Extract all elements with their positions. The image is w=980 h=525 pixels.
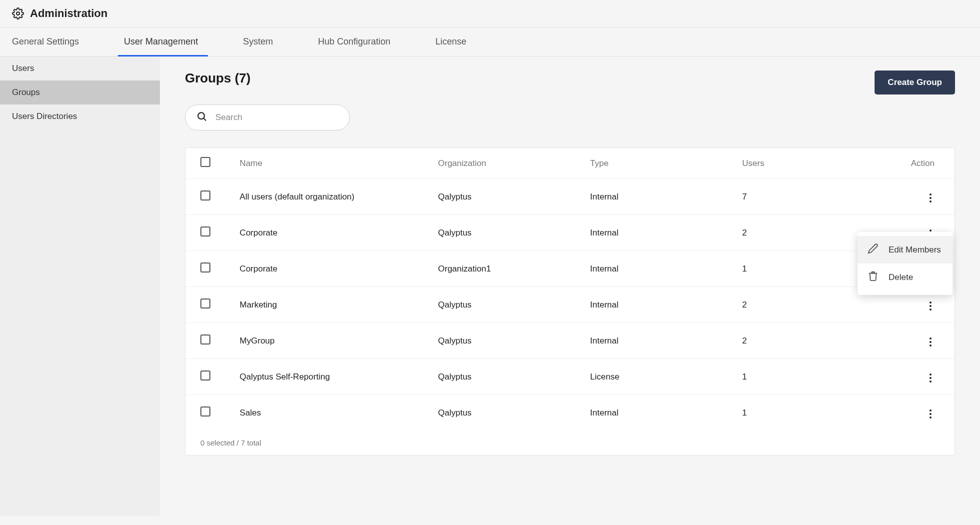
cell-name: Sales [232, 395, 430, 431]
trash-icon [868, 270, 889, 284]
menu-edit-members-label: Edit Members [889, 245, 941, 255]
menu-delete-label: Delete [889, 272, 913, 282]
table-row[interactable]: MyGroupQalyptusInternal2 [185, 323, 955, 359]
menu-delete[interactable]: Delete [858, 264, 953, 291]
page-top: Groups (7) Create Group [185, 70, 955, 94]
row-checkbox[interactable] [200, 190, 210, 200]
row-checkbox[interactable] [200, 226, 210, 236]
cell-organization: Organization1 [430, 251, 582, 287]
cell-name: Marketing [232, 287, 430, 323]
create-group-button[interactable]: Create Group [875, 70, 955, 94]
row-checkbox[interactable] [200, 406, 210, 416]
cell-type: Internal [582, 287, 734, 323]
table-row[interactable]: Qalyptus Self-ReportingQalyptusLicense1 [185, 359, 955, 395]
more-vertical-icon[interactable] [927, 334, 935, 350]
pencil-icon [868, 243, 889, 256]
svg-point-1 [198, 112, 204, 119]
cell-users: 1 [734, 395, 886, 431]
row-checkbox[interactable] [200, 298, 210, 308]
table-row[interactable]: SalesQalyptusInternal1 [185, 395, 955, 431]
sidebar: Users Groups Users Directories [0, 56, 160, 516]
row-checkbox[interactable] [200, 370, 210, 380]
menu-edit-members[interactable]: Edit Members [858, 236, 953, 264]
cell-type: Internal [582, 395, 734, 431]
cell-users: 1 [734, 359, 886, 395]
groups-table-card: Name Organization Type Users Action All … [185, 148, 955, 456]
row-checkbox[interactable] [200, 334, 210, 344]
col-header-action: Action [886, 148, 955, 179]
cell-name: All users (default organization) [232, 179, 430, 215]
cell-type: Internal [582, 323, 734, 359]
groups-table: Name Organization Type Users Action All … [185, 148, 955, 430]
cell-users: 7 [734, 179, 886, 215]
main-content: Groups (7) Create Group Name Organizatio… [160, 56, 980, 516]
page-title: Groups (7) [185, 70, 250, 86]
sidebar-item-users-directories[interactable]: Users Directories [0, 104, 160, 128]
cell-organization: Qalyptus [430, 323, 582, 359]
table-row[interactable]: CorporateOrganization1Internal1 [185, 251, 955, 287]
more-vertical-icon[interactable] [927, 298, 935, 314]
cell-name: Corporate [232, 251, 430, 287]
cell-name: Corporate [232, 215, 430, 251]
sidebar-item-groups[interactable]: Groups [0, 80, 160, 104]
gear-icon [12, 8, 24, 20]
more-vertical-icon[interactable] [927, 406, 935, 422]
tab-system[interactable]: System [243, 28, 293, 56]
cell-organization: Qalyptus [430, 287, 582, 323]
table-row[interactable]: MarketingQalyptusInternal2 [185, 287, 955, 323]
cell-organization: Qalyptus [430, 395, 582, 431]
table-footer: 0 selected / 7 total [185, 430, 955, 455]
table-row[interactable]: All users (default organization)Qalyptus… [185, 179, 955, 215]
row-context-menu: Edit Members Delete [858, 232, 953, 295]
svg-point-0 [16, 12, 19, 15]
tab-user-management[interactable]: User Management [124, 28, 218, 56]
col-header-users[interactable]: Users [734, 148, 886, 179]
cell-name: MyGroup [232, 323, 430, 359]
cell-type: Internal [582, 215, 734, 251]
cell-users: 2 [734, 323, 886, 359]
tab-general-settings[interactable]: General Settings [12, 28, 99, 56]
main-tabs: General Settings User Management System … [0, 28, 980, 56]
search-icon [196, 111, 215, 124]
cell-organization: Qalyptus [430, 359, 582, 395]
select-all-checkbox[interactable] [200, 157, 210, 167]
cell-type: License [582, 359, 734, 395]
main-layout: Users Groups Users Directories Groups (7… [0, 56, 980, 516]
col-header-type[interactable]: Type [582, 148, 734, 179]
col-header-organization[interactable]: Organization [430, 148, 582, 179]
svg-line-2 [203, 118, 206, 120]
more-vertical-icon[interactable] [927, 190, 935, 206]
tab-license[interactable]: License [435, 28, 486, 56]
page-header-title: Administration [30, 7, 107, 20]
col-header-name[interactable]: Name [232, 148, 430, 179]
search-input[interactable] [215, 112, 338, 122]
table-header-row: Name Organization Type Users Action [185, 148, 955, 179]
row-checkbox[interactable] [200, 262, 210, 272]
cell-type: Internal [582, 251, 734, 287]
cell-name: Qalyptus Self-Reporting [232, 359, 430, 395]
sidebar-item-users[interactable]: Users [0, 56, 160, 80]
cell-type: Internal [582, 179, 734, 215]
tab-hub-configuration[interactable]: Hub Configuration [318, 28, 410, 56]
more-vertical-icon[interactable] [927, 370, 935, 386]
search-container[interactable] [185, 104, 350, 130]
cell-organization: Qalyptus [430, 179, 582, 215]
table-row[interactable]: CorporateQalyptusInternal2 [185, 215, 955, 251]
cell-organization: Qalyptus [430, 215, 582, 251]
app-header: Administration [0, 0, 980, 28]
